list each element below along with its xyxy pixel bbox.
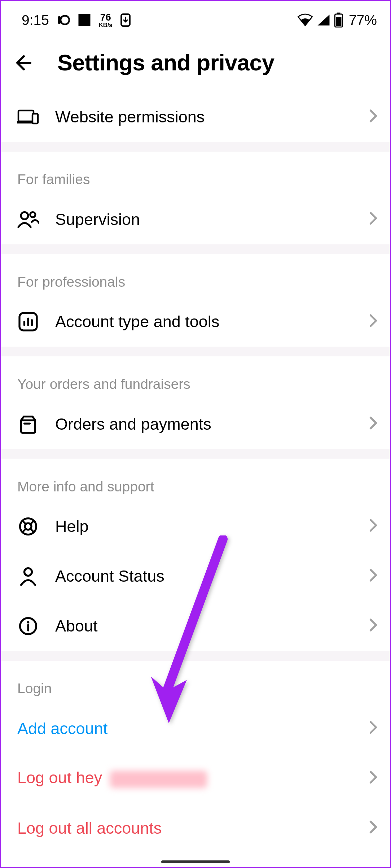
orders-payments-row[interactable]: Orders and payments [1,399,391,449]
section-divider [1,244,391,254]
svg-point-15 [25,568,32,576]
signal-icon [316,14,330,27]
svg-point-14 [25,523,31,530]
svg-rect-6 [336,17,341,26]
status-notif-icon [57,14,70,27]
login-section-header: Login [1,661,391,704]
person-icon [17,566,39,587]
section-divider [1,347,391,356]
section-divider [1,651,391,661]
chevron-right-icon [368,211,378,228]
website-permissions-label: Website permissions [55,108,352,126]
support-section-header: More info and support [1,459,391,502]
battery-percent: 77% [349,12,377,29]
chevron-right-icon [368,416,378,433]
about-label: About [55,617,352,635]
orders-payments-label: Orders and payments [55,415,352,433]
svg-point-10 [21,212,28,220]
chart-square-icon [17,312,39,332]
box-icon [17,414,39,434]
add-account-label: Add account [17,719,352,738]
account-type-tools-label: Account type and tools [55,313,352,331]
chevron-right-icon [368,518,378,535]
account-status-row[interactable]: Account Status [1,551,391,601]
supervision-label: Supervision [55,210,352,229]
svg-rect-7 [18,110,34,121]
section-divider [1,449,391,459]
chevron-right-icon [368,617,378,635]
logout-user-label: Log out hey [17,769,352,788]
families-section-header: For families [1,152,391,195]
status-bar: 9:15 76 KB/s 77% [1,1,391,39]
nav-handle[interactable] [161,860,230,863]
professionals-section-header: For professionals [1,254,391,297]
download-icon [120,13,131,27]
about-row[interactable]: About [1,601,391,651]
back-arrow-icon[interactable] [14,51,38,75]
orders-section-header: Your orders and fundraisers [1,356,391,399]
help-row[interactable]: Help [1,502,391,551]
status-time: 9:15 [22,12,49,29]
svg-point-1 [60,16,69,25]
account-status-label: Account Status [55,567,352,586]
chevron-right-icon [368,313,378,330]
add-account-row[interactable]: Add account [1,704,391,754]
battery-icon [334,13,343,28]
svg-point-17 [27,621,30,624]
chevron-right-icon [368,770,378,787]
section-divider [1,142,391,152]
page-title: Settings and privacy [57,50,274,76]
website-permissions-row[interactable]: Website permissions [1,92,391,142]
lifebuoy-icon [17,516,39,537]
devices-icon [17,108,39,126]
people-icon [17,210,39,229]
help-label: Help [55,517,352,536]
account-type-tools-row[interactable]: Account type and tools [1,297,391,347]
logout-all-row[interactable]: Log out all accounts [1,803,391,853]
chevron-right-icon [368,108,378,126]
logout-user-row[interactable]: Log out hey [1,754,391,803]
app-header: Settings and privacy [1,39,391,92]
svg-rect-2 [78,14,90,26]
supervision-row[interactable]: Supervision [1,195,391,244]
logout-all-label: Log out all accounts [17,819,352,837]
chevron-right-icon [368,568,378,585]
svg-rect-9 [32,114,38,123]
wifi-icon [297,14,313,27]
chevron-right-icon [368,720,378,737]
redacted-username [110,771,207,788]
info-icon [17,616,39,637]
status-square-icon [77,13,91,27]
svg-point-11 [30,212,35,217]
chevron-right-icon [368,820,378,837]
status-data-rate: 76 KB/s [99,12,113,28]
